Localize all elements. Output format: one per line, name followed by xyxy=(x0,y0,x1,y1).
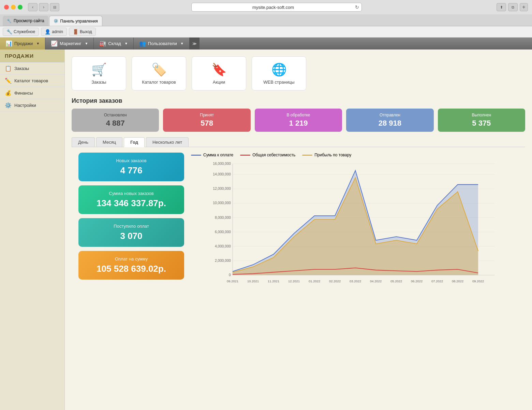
sidebar-catalog-label: Каталог товаров xyxy=(14,78,48,83)
qa-web-label: WEB страницы xyxy=(263,80,294,85)
status-stopped-label: Остановлен xyxy=(74,113,156,117)
nav-sales-icon: 📊 xyxy=(5,40,12,47)
legend-profit-label: Прибыль по товару xyxy=(314,153,351,157)
svg-text:09.2022: 09.2022 xyxy=(472,279,484,283)
sidebar: ПРОДАЖИ 📋 Заказы ✏️ Каталог товаров 💰 Фи… xyxy=(0,50,65,410)
history-section: История заказов Остановлен 4 887 Принят … xyxy=(65,94,532,307)
browser-titlebar: ‹ › ⊟ ↻ ⬆ ⧉ + xyxy=(0,0,532,14)
svg-text:06.2022: 06.2022 xyxy=(411,279,423,283)
status-stopped[interactable]: Остановлен 4 887 xyxy=(72,109,159,132)
nav-marketing[interactable]: 📈 Маркетинг ▼ xyxy=(45,38,94,50)
nav-users[interactable]: 👥 Пользователи ▼ xyxy=(134,38,190,50)
logout-button[interactable]: 🚪 Выход xyxy=(69,28,96,36)
catalog-icon: ✏️ xyxy=(5,77,12,84)
chart-area: Сумма к оплате Общая себестоимость Прибы… xyxy=(184,153,518,297)
legend-profit-line xyxy=(302,155,312,156)
sidebar-settings-label: Настройки xyxy=(14,103,36,108)
tab-day[interactable]: День xyxy=(72,137,95,147)
metric-new-orders-value: 4 776 xyxy=(85,165,177,176)
close-dot[interactable] xyxy=(4,5,9,10)
maximize-dot[interactable] xyxy=(18,5,23,10)
layout-button[interactable]: ⊟ xyxy=(50,3,59,11)
status-processing-label: В обработке xyxy=(257,113,339,117)
svg-text:07.2022: 07.2022 xyxy=(431,279,443,283)
status-shipped-value: 28 918 xyxy=(349,119,431,128)
tab-admin-panel[interactable]: ⚙️ Панель управления xyxy=(49,16,102,26)
service-button[interactable]: 🔧 Служебное xyxy=(3,28,39,36)
finance-icon: 💰 xyxy=(5,90,12,96)
orders-icon: 📋 xyxy=(5,65,12,72)
address-bar: ↻ xyxy=(62,3,491,12)
tab-site-icon: 🔧 xyxy=(7,19,12,23)
metric-payments-sum: Оплат на сумму 105 528 639.02р. xyxy=(78,251,184,280)
svg-text:4,000,000: 4,000,000 xyxy=(215,244,231,248)
qa-web[interactable]: 🌐 WEB страницы xyxy=(252,56,306,90)
dashboard: Новых заказов 4 776 Сумма новых заказов … xyxy=(72,153,525,303)
minimize-dot[interactable] xyxy=(11,5,16,10)
window-controls xyxy=(4,5,23,10)
svg-text:16,000,000: 16,000,000 xyxy=(213,161,231,166)
qa-orders[interactable]: 🛒 Заказы xyxy=(72,56,126,90)
status-accepted-value: 578 xyxy=(166,119,248,128)
metric-payments: Поступило оплат 3 070 xyxy=(78,218,184,247)
qa-promo[interactable]: 🔖 Акции xyxy=(192,56,246,90)
nav-expand-button[interactable]: ≫ xyxy=(190,38,200,50)
metric-payments-value: 3 070 xyxy=(85,231,177,241)
sidebar-item-finance[interactable]: 💰 Финансы xyxy=(0,87,64,99)
svg-text:12.2021: 12.2021 xyxy=(288,279,300,283)
tab-several-years[interactable]: Несколько лет xyxy=(146,137,189,147)
legend-payment-label: Сумма к оплате xyxy=(203,153,233,157)
url-input[interactable] xyxy=(191,3,362,12)
svg-text:10,000,000: 10,000,000 xyxy=(213,201,231,205)
main-content: 🛒 Заказы 🏷️ Каталог товаров 🔖 Акции 🌐 WE… xyxy=(65,50,532,410)
qa-catalog-label: Каталог товаров xyxy=(142,80,176,85)
sidebar-finance-label: Финансы xyxy=(14,90,33,96)
app-body: ПРОДАЖИ 📋 Заказы ✏️ Каталог товаров 💰 Фи… xyxy=(0,50,532,410)
nav-sales-arrow: ▼ xyxy=(36,42,40,45)
status-completed-value: 5 375 xyxy=(441,119,522,128)
legend-cost: Общая себестоимость xyxy=(240,153,295,157)
status-shipped-label: Отправлен xyxy=(349,113,431,117)
app-toolbar: 🔧 Служебное 👤 admin 🚪 Выход xyxy=(0,26,532,38)
legend-payment: Сумма к оплате xyxy=(191,153,233,157)
svg-text:8,000,000: 8,000,000 xyxy=(215,215,231,220)
status-accepted[interactable]: Принят 578 xyxy=(163,109,250,132)
sidebar-item-orders[interactable]: 📋 Заказы xyxy=(0,62,64,75)
tab-site-view[interactable]: 🔧 Просмотр сайта xyxy=(3,16,48,26)
qa-catalog-icon: 🏷️ xyxy=(151,62,167,77)
nav-marketing-icon: 📈 xyxy=(51,40,58,47)
back-button[interactable]: ‹ xyxy=(28,3,38,11)
forward-button[interactable]: › xyxy=(39,3,48,11)
svg-text:05.2022: 05.2022 xyxy=(390,279,402,283)
chart-container: 0 2,000,000 4,000,000 6,000,000 8,000,00… xyxy=(191,160,518,297)
nav-sales[interactable]: 📊 Продажи ▼ xyxy=(0,38,45,50)
status-processing[interactable]: В обработке 1 219 xyxy=(255,109,342,132)
quick-access: 🛒 Заказы 🏷️ Каталог товаров 🔖 Акции 🌐 WE… xyxy=(65,50,532,94)
nav-warehouse[interactable]: 🏭 Склад ▼ xyxy=(94,38,134,50)
nav-warehouse-icon: 🏭 xyxy=(99,40,106,47)
legend-cost-label: Общая себестоимость xyxy=(252,153,295,157)
history-title: История заказов xyxy=(72,97,525,104)
admin-button[interactable]: 👤 admin xyxy=(41,28,67,36)
status-stopped-value: 4 887 xyxy=(74,119,156,128)
qa-promo-icon: 🔖 xyxy=(211,62,227,77)
sidebar-item-catalog[interactable]: ✏️ Каталог товаров xyxy=(0,75,64,87)
new-tab-button[interactable]: + xyxy=(520,3,528,11)
sidebar-title: ПРОДАЖИ xyxy=(0,50,64,62)
nav-warehouse-arrow: ▼ xyxy=(124,42,128,45)
sidebar-item-settings[interactable]: ⚙️ Настройки xyxy=(0,99,64,112)
status-shipped[interactable]: Отправлен 28 918 xyxy=(346,109,433,132)
share-button[interactable]: ⬆ xyxy=(497,3,506,11)
reload-button[interactable]: ↻ xyxy=(355,4,359,10)
metric-payments-label: Поступило оплат xyxy=(85,224,177,229)
qa-catalog[interactable]: 🏷️ Каталог товаров xyxy=(132,56,186,90)
legend-payment-line xyxy=(191,155,201,156)
tab-month[interactable]: Месяц xyxy=(96,137,122,147)
tab-year[interactable]: Год xyxy=(124,137,145,147)
duplicate-button[interactable]: ⧉ xyxy=(508,3,518,11)
qa-orders-label: Заказы xyxy=(91,80,106,85)
legend-profit: Прибыль по товару xyxy=(302,153,351,157)
status-completed[interactable]: Выполнен 5 375 xyxy=(438,109,525,132)
svg-text:6,000,000: 6,000,000 xyxy=(215,230,231,234)
logout-icon: 🚪 xyxy=(73,29,78,34)
